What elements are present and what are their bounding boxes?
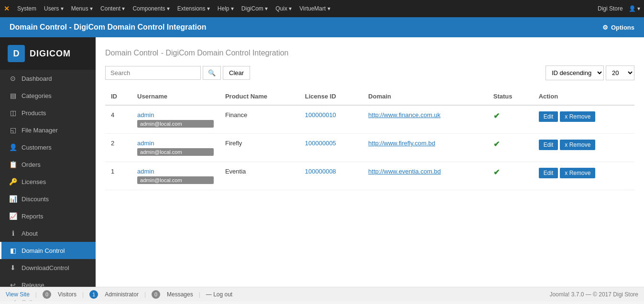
- cell-id: 2: [105, 134, 131, 162]
- sidebar-item-reports[interactable]: 📈 Reports: [0, 207, 96, 225]
- col-header-id: ID: [105, 88, 131, 105]
- toolbar: 🔍 Clear ID descending ID ascending Usern…: [105, 65, 634, 80]
- cell-product: Eventia: [219, 162, 299, 190]
- about-icon: ℹ: [9, 229, 17, 237]
- table-row: 2 admin admin@local.com Firefly 10000000…: [105, 134, 634, 162]
- clear-button[interactable]: Clear: [223, 66, 250, 80]
- sidebar-item-licenses[interactable]: 🔑 Licenses: [0, 173, 96, 190]
- discounts-icon: 📊: [9, 195, 17, 203]
- nav-components[interactable]: Components ▾: [129, 0, 173, 17]
- sidebar-item-download-control[interactable]: ⬇ DownloadControl: [0, 259, 96, 276]
- email-badge: admin@local.com: [137, 176, 214, 184]
- cell-username: admin admin@local.com: [131, 134, 219, 162]
- remove-button[interactable]: x Remove: [560, 168, 595, 178]
- options-button[interactable]: ⚙ Options: [602, 24, 634, 31]
- licenses-icon: 🔑: [9, 178, 17, 185]
- sidebar-item-dashboard[interactable]: ⊙ Dashboard: [0, 70, 96, 87]
- edit-button[interactable]: Edit: [539, 168, 558, 178]
- sidebar-item-domain-control[interactable]: ◧ Domain Control: [0, 242, 96, 259]
- collapse-icon: ◀: [9, 298, 17, 301]
- col-header-action: Action: [533, 88, 634, 105]
- table-row: 4 admin admin@local.com Finance 10000001…: [105, 105, 634, 134]
- edit-button[interactable]: Edit: [539, 111, 558, 122]
- joomla-logo: ✕: [4, 5, 10, 12]
- sidebar-item-discounts[interactable]: 📊 Discounts: [0, 190, 96, 207]
- cell-status: ✔: [488, 162, 533, 190]
- logout-link[interactable]: — Log out: [206, 291, 232, 298]
- products-icon: ◫: [9, 109, 17, 117]
- cell-license: 100000010: [299, 105, 363, 134]
- nav-quix[interactable]: Quix ▾: [272, 0, 295, 17]
- search-input[interactable]: [105, 66, 201, 80]
- nav-virtuemart[interactable]: VirtueMart ▾: [295, 0, 334, 17]
- per-page-select[interactable]: 20 50 100: [606, 65, 634, 80]
- domain-link[interactable]: http://www.firefly.com.bd: [368, 140, 435, 147]
- domain-link[interactable]: http://www.eventia.com.bd: [368, 168, 441, 175]
- release-icon: ↩: [9, 281, 17, 289]
- version-info: Joomla! 3.7.0 — © 2017 Digi Store: [549, 291, 638, 298]
- page-header-title: Domain Control - DigiCom Domain Control …: [10, 23, 207, 32]
- domain-link[interactable]: http://www.finance.com.uk: [368, 111, 440, 119]
- user-menu[interactable]: 👤 ▾: [629, 5, 640, 12]
- col-header-username: Username: [131, 88, 219, 105]
- search-button[interactable]: 🔍: [203, 66, 221, 80]
- table-row: 1 admin admin@local.com Eventia 10000000…: [105, 162, 634, 190]
- cell-product: Firefly: [219, 134, 299, 162]
- main-layout: D DIGICOM ⊙ Dashboard ▤ Categories ◫ Pro…: [0, 37, 644, 287]
- sidebar: D DIGICOM ⊙ Dashboard ▤ Categories ◫ Pro…: [0, 37, 96, 287]
- nav-help[interactable]: Help ▾: [214, 0, 238, 17]
- domain-control-icon: ◧: [9, 247, 17, 254]
- license-id-link[interactable]: 100000008: [305, 168, 336, 175]
- messages-badge: 0: [152, 290, 160, 299]
- status-icon: ✔: [493, 112, 500, 120]
- top-nav: ✕ System Users ▾ Menus ▾ Content ▾ Compo…: [0, 0, 644, 17]
- cell-domain: http://www.eventia.com.bd: [362, 162, 487, 190]
- nav-digicom[interactable]: DigiCom ▾: [238, 0, 272, 17]
- sidebar-item-about[interactable]: ℹ About: [0, 225, 96, 242]
- nav-extensions[interactable]: Extensions ▾: [174, 0, 214, 17]
- remove-button[interactable]: x Remove: [560, 140, 595, 150]
- cell-username: admin admin@local.com: [131, 162, 219, 190]
- cell-id: 4: [105, 105, 131, 134]
- license-id-link[interactable]: 100000005: [305, 140, 336, 147]
- gear-icon: ⚙: [602, 24, 608, 31]
- username-link[interactable]: admin: [137, 111, 214, 119]
- view-site-link[interactable]: View Site: [6, 291, 30, 298]
- sidebar-item-products[interactable]: ◫ Products: [0, 104, 96, 121]
- cell-license: 100000008: [299, 162, 363, 190]
- table-header-row: ID Username Product Name License ID Doma…: [105, 88, 634, 105]
- nav-users[interactable]: Users ▾: [40, 0, 67, 17]
- nav-system[interactable]: System: [13, 0, 40, 17]
- sidebar-item-orders[interactable]: 📋 Orders: [0, 156, 96, 173]
- admin-badge: 1: [89, 290, 98, 299]
- remove-button[interactable]: x Remove: [560, 111, 595, 122]
- cell-action: Edit x Remove: [533, 162, 634, 190]
- sidebar-item-customers[interactable]: 👤 Customers: [0, 139, 96, 156]
- cell-product: Finance: [219, 105, 299, 134]
- title-bar: Domain Control - DigiCom Domain Control …: [0, 17, 644, 37]
- dashboard-icon: ⊙: [9, 75, 17, 82]
- license-id-link[interactable]: 100000010: [305, 111, 336, 119]
- logo-icon: D: [8, 45, 25, 62]
- download-control-icon: ⬇: [9, 264, 17, 271]
- col-header-license: License ID: [299, 88, 363, 105]
- nav-menus[interactable]: Menus ▾: [67, 0, 97, 17]
- reports-icon: 📈: [9, 212, 17, 220]
- cell-domain: http://www.finance.com.uk: [362, 105, 487, 134]
- search-group: 🔍 Clear: [105, 66, 250, 80]
- username-link[interactable]: admin: [137, 168, 214, 175]
- email-badge: admin@local.com: [137, 148, 214, 156]
- col-header-product: Product Name: [219, 88, 299, 105]
- visitors-label: Visitors: [58, 291, 76, 298]
- digi-store-link[interactable]: Digi Store: [598, 5, 623, 12]
- status-bar: View Site | 0 Visitors | 1 Administrator…: [0, 287, 644, 301]
- sidebar-item-file-manager[interactable]: ◱ File Manager: [0, 121, 96, 139]
- sort-select[interactable]: ID descending ID ascending Username Prod…: [546, 65, 604, 80]
- edit-button[interactable]: Edit: [539, 140, 558, 150]
- sort-group: ID descending ID ascending Username Prod…: [546, 65, 634, 80]
- sidebar-item-categories[interactable]: ▤ Categories: [0, 87, 96, 104]
- username-link[interactable]: admin: [137, 140, 214, 147]
- cell-status: ✔: [488, 134, 533, 162]
- cell-id: 1: [105, 162, 131, 190]
- nav-content[interactable]: Content ▾: [97, 0, 129, 17]
